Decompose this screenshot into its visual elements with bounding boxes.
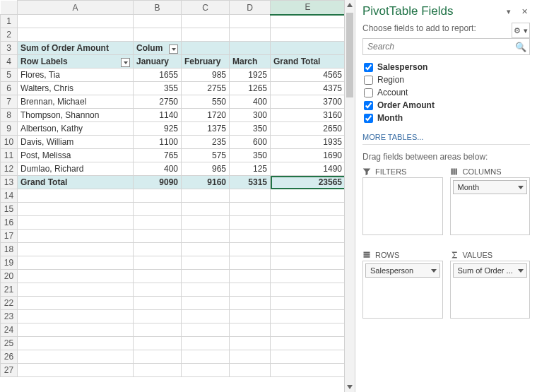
cell[interactable] [271,350,346,364]
data-cell[interactable]: 300 [230,109,271,122]
data-cell[interactable]: 985 [182,69,230,82]
column-labels-dropdown[interactable]: Colum [134,42,182,55]
field-chip[interactable]: Salesperson [365,263,440,278]
row-header[interactable]: 20 [1,270,18,283]
cell[interactable] [271,243,346,256]
col-grand-total[interactable]: Grand Total [271,55,346,69]
data-cell[interactable]: 1935 [271,136,346,149]
row-label[interactable]: Dumlao, Richard [18,162,134,176]
field-checkbox[interactable] [364,114,373,123]
cell[interactable] [182,243,230,256]
cell[interactable] [134,350,182,364]
cell[interactable] [182,364,230,377]
cell[interactable] [182,203,230,216]
search-input[interactable] [366,41,515,52]
row-header[interactable]: 9 [1,122,18,136]
cell[interactable] [134,310,182,323]
cell[interactable] [134,323,182,337]
cell[interactable] [271,337,346,350]
cell[interactable] [182,297,230,310]
data-cell[interactable]: 2650 [271,122,346,136]
column-header-D[interactable]: D [230,1,271,15]
data-cell[interactable]: 1375 [182,122,230,136]
pane-dropdown-icon[interactable]: ▾ [503,6,514,17]
data-cell[interactable]: 550 [182,95,230,109]
cell[interactable] [18,28,134,42]
cell[interactable] [230,270,271,283]
field-chip[interactable]: Sum of Order ... [453,263,528,278]
grand-total-cell[interactable]: 9090 [134,176,182,189]
cell[interactable] [18,230,134,243]
data-cell[interactable]: 575 [182,149,230,162]
row-labels-dropdown[interactable]: Row Labels [18,55,134,69]
row-label[interactable]: Albertson, Kathy [18,122,134,136]
row-header[interactable]: 2 [1,28,18,42]
data-cell[interactable]: 1100 [134,136,182,149]
data-cell[interactable]: 925 [134,122,182,136]
cell[interactable] [230,15,271,28]
cell[interactable] [271,297,346,310]
row-header[interactable]: 25 [1,337,18,350]
cell[interactable] [230,216,271,230]
grand-total-cell[interactable]: 5315 [230,176,271,189]
row-header[interactable]: 18 [1,243,18,256]
row-label[interactable]: Thompson, Shannon [18,109,134,122]
row-label[interactable]: Post, Melissa [18,149,134,162]
cell[interactable] [18,256,134,270]
cell[interactable] [134,216,182,230]
scroll-down-icon[interactable] [347,385,353,389]
row-header[interactable]: 6 [1,82,18,95]
field-checkbox[interactable] [364,76,373,85]
cell[interactable] [230,203,271,216]
data-cell[interactable]: 1690 [271,149,346,162]
cell[interactable] [18,216,134,230]
cell[interactable] [182,337,230,350]
grand-total-label[interactable]: Grand Total [18,176,134,189]
data-cell[interactable]: 350 [230,149,271,162]
cell[interactable] [230,243,271,256]
scroll-up-icon[interactable] [347,3,353,7]
cell[interactable] [18,203,134,216]
area-columns-box[interactable]: Month [450,177,531,235]
row-header[interactable]: 12 [1,162,18,176]
data-cell[interactable]: 765 [134,149,182,162]
cell[interactable] [182,283,230,297]
column-header-A[interactable]: A [18,1,134,15]
data-cell[interactable]: 4565 [271,69,346,82]
area-rows-box[interactable]: Salesperson [362,261,443,319]
data-cell[interactable]: 1265 [230,82,271,95]
grand-total-cell[interactable]: 23565 [271,176,346,189]
data-cell[interactable]: 4375 [271,82,346,95]
data-cell[interactable]: 125 [230,162,271,176]
cell[interactable] [271,283,346,297]
cell[interactable] [182,350,230,364]
cell[interactable] [182,216,230,230]
cell[interactable] [134,230,182,243]
cell[interactable] [230,230,271,243]
field-item-order-amount[interactable]: Order Amount [362,99,530,112]
field-chip[interactable]: Month [453,180,528,194]
column-labels-filter-icon[interactable] [169,44,178,54]
data-cell[interactable]: 1720 [182,109,230,122]
cell[interactable] [18,310,134,323]
row-header[interactable]: 11 [1,149,18,162]
cell[interactable] [134,203,182,216]
area-filters-box[interactable] [362,177,443,235]
cell[interactable] [134,297,182,310]
data-cell[interactable]: 1925 [230,69,271,82]
cell[interactable] [271,230,346,243]
close-icon[interactable]: ✕ [519,6,530,17]
scrollbar-thumb[interactable] [346,13,353,97]
cell[interactable] [134,364,182,377]
cell[interactable] [182,256,230,270]
cell[interactable] [271,189,346,203]
cell[interactable] [271,42,346,55]
search-input-wrap[interactable]: 🔍 [362,38,530,55]
row-header[interactable]: 22 [1,297,18,310]
cell[interactable] [230,283,271,297]
data-cell[interactable]: 600 [230,136,271,149]
row-header[interactable]: 14 [1,189,18,203]
row-header[interactable]: 23 [1,310,18,323]
cell[interactable] [271,256,346,270]
row-label[interactable]: Davis, William [18,136,134,149]
